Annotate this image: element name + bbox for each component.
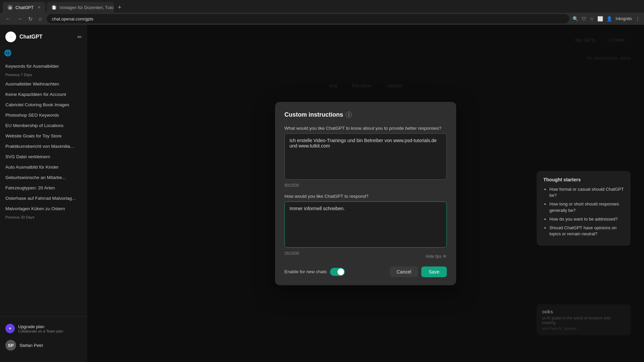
sidebar-item-ausmalbilder-weihnachten[interactable]: Ausmalbilder Weihnachten — [0, 79, 87, 89]
hide-tips-icon: 👁 — [443, 254, 447, 259]
tab-vorlagen-label: Vorlagen für Dozenten, Tutore... — [59, 5, 114, 10]
textarea2-wrapper — [284, 201, 447, 249]
cancel-button[interactable]: Cancel — [390, 266, 418, 277]
globe-icon[interactable]: 🌐 — [0, 48, 11, 58]
sidebar-bottom: ✦ Upgrade plan Collaborate on a Team pla… — [0, 316, 87, 358]
question2-label: How would you like ChatGPT to respond? — [284, 194, 447, 199]
modal-title: Custom instructions ℹ — [284, 111, 447, 118]
upgrade-plan-item[interactable]: ✦ Upgrade plan Collaborate on a Team pla… — [0, 320, 87, 337]
browser-tabs: 🤖 ChatGPT ✕ 📄 Vorlagen für Dozenten, Tut… — [0, 0, 644, 13]
tab-chatgpt-icon: 🤖 — [7, 5, 13, 10]
shield-icon: 🛡 — [582, 16, 586, 21]
menu-icon[interactable]: ⋮ — [635, 16, 640, 21]
thought-starters-list: How formal or casual should ChatGPT be? … — [543, 186, 624, 237]
sidebar-item-praktikumsbericht[interactable]: Praktikumsbericht von Maximilia... — [0, 141, 87, 152]
tab-chatgpt[interactable]: 🤖 ChatGPT ✕ — [3, 2, 45, 13]
thought-item-4: Should ChatGPT have opinions on topics o… — [549, 225, 624, 237]
thought-item-1: How formal or casual should ChatGPT be? — [549, 186, 624, 198]
upgrade-sub: Collaborate on a Team plan — [18, 329, 63, 333]
textarea1[interactable] — [284, 133, 447, 180]
edit-icon[interactable]: ✏ — [77, 34, 82, 40]
tab-vorlagen-icon: 📄 — [51, 5, 57, 10]
browser-toolbar: ← → ↻ ⌂ 🔍 🛡 ☆ ⬜ 👤 Inkognito ⋮ — [0, 13, 644, 25]
info-icon[interactable]: ℹ — [346, 112, 352, 118]
sidebar-item-svg-datei[interactable]: SVG Datei verkleinern — [0, 152, 87, 162]
modal-footer: Enable for new chats Cancel Save — [284, 266, 447, 277]
sidebar-header: ✦ ChatGPT ✏ — [0, 29, 87, 48]
save-button[interactable]: Save — [421, 266, 447, 277]
tab-chatgpt-label: ChatGPT — [15, 5, 34, 10]
thought-starters-title: Thought starters — [543, 177, 624, 182]
user-name: Stefan Petri — [19, 343, 43, 348]
sidebar-item-keine-kapazitaeten[interactable]: Keine Kapazitäten für Account — [0, 89, 87, 100]
app-layout: ✦ ChatGPT ✏ 🌐 Keywords für Ausmalbilder … — [0, 25, 644, 362]
sidebar-item-osterhase[interactable]: Osterhase auf Fahrrad Malvorlag... — [0, 193, 87, 203]
thought-item-2: How long or short should responses gener… — [549, 201, 624, 213]
star-icon[interactable]: ☆ — [590, 16, 594, 21]
section-previous-7days: Previous 7 Days — [0, 71, 87, 79]
books-panel: ooks ur AI guide in the world of teratur… — [537, 304, 631, 335]
incognito-label: Inkognito — [615, 16, 632, 21]
question1-label: What would you like ChatGPT to know abou… — [284, 126, 447, 131]
thought-starters-panel: Thought starters How formal or casual sh… — [537, 171, 631, 246]
tab-chatgpt-close[interactable]: ✕ — [38, 5, 41, 10]
sidebar-item-keywords[interactable]: Keywords für Ausmalbilder — [0, 61, 87, 71]
enable-toggle-group: Enable for new chats — [284, 268, 345, 276]
char-count2: 26/1500 — [284, 251, 299, 256]
forward-button[interactable]: → — [15, 15, 23, 22]
zoom-icon: 🔍 — [573, 16, 578, 21]
books-author: esh Prats N. Valondo — [542, 326, 625, 330]
chatgpt-logo: ✦ — [5, 32, 16, 42]
main-content: My GPTs + Create he instructions, extra … — [87, 25, 644, 362]
sidebar: ✦ ChatGPT ✏ 🌐 Keywords für Ausmalbilder … — [0, 25, 87, 362]
extensions-icon[interactable]: ⬜ — [597, 16, 603, 21]
custom-instructions-modal: Custom instructions ℹ What would you lik… — [275, 102, 456, 285]
new-tab-button[interactable]: + — [115, 2, 124, 13]
sidebar-item-photoshop-seo[interactable]: Photoshop SEO Keywords — [0, 110, 87, 120]
modal-actions: Cancel Save — [390, 266, 447, 277]
user-item[interactable]: SP Stefan Petri — [0, 337, 87, 354]
upgrade-title: Upgrade plan — [18, 324, 63, 329]
toggle-knob — [337, 268, 344, 275]
textarea1-wrapper — [284, 133, 447, 181]
sidebar-item-geburtstagswuensche[interactable]: Geburtswünsche an Mitarbe... — [0, 172, 87, 183]
sidebar-item-cabriolet[interactable]: Cabriolet Coloring Book Images — [0, 100, 87, 110]
hide-tips[interactable]: Hide tips 👁 — [426, 254, 447, 259]
avatar: SP — [5, 340, 16, 351]
textarea2[interactable] — [284, 201, 447, 248]
enable-label: Enable for new chats — [284, 269, 327, 274]
upgrade-text: Upgrade plan Collaborate on a Team plan — [18, 324, 63, 333]
char-count1: 90/1500 — [284, 183, 447, 188]
sidebar-item-website-goals[interactable]: Website Goals for Toy Store — [0, 131, 87, 141]
back-button[interactable]: ← — [4, 15, 12, 22]
thought-item-3: How do you want to be addressed? — [549, 216, 624, 222]
upgrade-icon: ✦ — [5, 324, 15, 333]
tab-vorlagen[interactable]: 📄 Vorlagen für Dozenten, Tutore... ✕ — [47, 2, 114, 13]
books-desc: ur AI guide in the world of terature and… — [542, 316, 625, 325]
sidebar-item-fahrzeugtypen[interactable]: Fahrzeugtypen: 20 Arten — [0, 183, 87, 193]
section-previous-30days: Previous 30 Days — [0, 214, 87, 221]
books-title: ooks — [542, 309, 625, 314]
address-bar[interactable] — [47, 14, 570, 23]
chatgpt-brand-name: ChatGPT — [19, 34, 42, 40]
sidebar-item-eu-membership[interactable]: EU Membership of Locations — [0, 120, 87, 131]
enable-toggle[interactable] — [330, 268, 345, 276]
account-icon[interactable]: 👤 — [606, 16, 612, 21]
reload-button[interactable]: ↻ — [27, 15, 34, 23]
sidebar-item-auto-ausmalbild[interactable]: Auto Ausmalbild für Kinder — [0, 162, 87, 172]
toolbar-icons: 🔍 🛡 ☆ ⬜ 👤 Inkognito ⋮ — [573, 16, 640, 21]
home-button[interactable]: ⌂ — [37, 15, 43, 22]
sidebar-item-malvorlagen-kueken[interactable]: Malvorlagen Küken zu Ostern — [0, 203, 87, 214]
modal-title-text: Custom instructions — [284, 111, 343, 118]
browser-chrome: 🤖 ChatGPT ✕ 📄 Vorlagen für Dozenten, Tut… — [0, 0, 644, 25]
chatgpt-brand: ✦ ChatGPT — [5, 32, 42, 42]
